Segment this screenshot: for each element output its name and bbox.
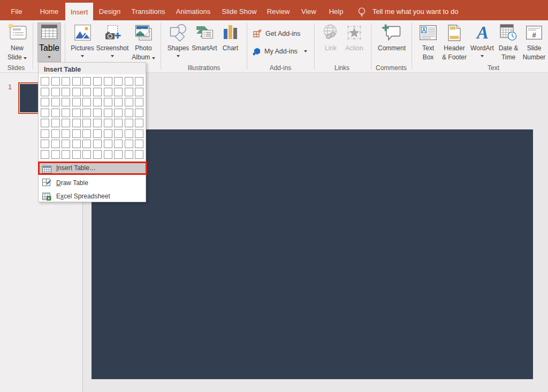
svg-text:#: #: [532, 31, 536, 39]
svg-text:A: A: [476, 25, 489, 41]
